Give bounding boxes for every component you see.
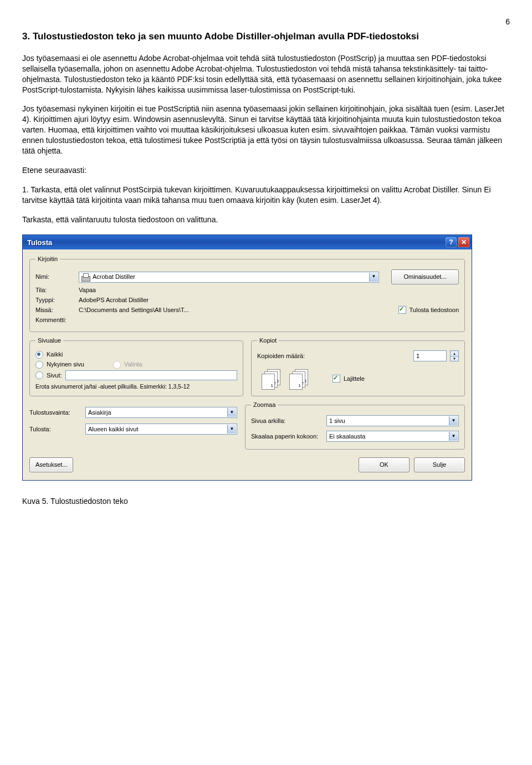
all-radio[interactable] [35, 351, 43, 359]
all-label: Kaikki [47, 350, 63, 359]
print-what-value: Asiakirja [88, 409, 111, 417]
options-button[interactable]: Asetukset... [29, 457, 73, 472]
print-combo[interactable]: Alueen kaikki sivut ▼ [85, 424, 237, 435]
printer-group-legend: Kirjoitin [35, 255, 60, 263]
pages-per-sheet-label: Sivua arkilla: [251, 417, 323, 425]
name-label: Nimi: [35, 273, 75, 281]
scale-combo[interactable]: Ei skaalausta ▼ [326, 431, 459, 442]
pages-label: Sivut: [47, 371, 62, 380]
copies-value: 1 [416, 352, 420, 360]
collate-icon-2: 3 2 1 [289, 369, 309, 388]
status-label: Tila: [35, 286, 75, 294]
properties-button[interactable]: Ominaisuudet... [391, 269, 459, 284]
pages-per-sheet-combo[interactable]: 1 sivu ▼ [326, 415, 459, 426]
chevron-down-icon[interactable]: ▼ [449, 432, 458, 441]
print-what-label: Tulostusvainta: [29, 409, 82, 417]
scale-label: Skaalaa paperin kokoon: [251, 432, 323, 441]
print-what-group: Tulostusvainta: Asiakirja ▼ Tulosta: Alu… [29, 401, 237, 450]
scale-value: Ei skaalausta [329, 432, 365, 441]
selection-radio [113, 361, 121, 369]
printer-name-combo[interactable]: Acrobat Distiller ▼ [79, 272, 379, 283]
paragraph-1: Jos työasemaasi ei ole asennettu Adobe A… [22, 53, 510, 95]
copies-legend: Kopiot [257, 336, 279, 345]
ok-button[interactable]: OK [359, 457, 410, 472]
printer-group: Kirjoitin Nimi: Acrobat Distiller ▼ Omin… [29, 255, 465, 332]
status-value: Vapaa [79, 286, 96, 294]
chevron-down-icon[interactable]: ▼ [369, 273, 378, 282]
current-label: Nykyinen sivu [47, 360, 84, 369]
comment-label: Kommentti: [35, 316, 75, 324]
selection-label: Valinta [124, 360, 142, 369]
page-range-group: Sivualue Kaikki Nykyinen sivu Valinta [29, 336, 243, 397]
chevron-down-icon[interactable]: ▼ [227, 408, 236, 417]
print-to-file-checkbox[interactable] [398, 306, 406, 314]
page-number: 6 [22, 17, 510, 27]
titlebar: Tulosta ? ✕ [23, 235, 472, 249]
print-dialog: Tulosta ? ✕ Kirjoitin Nimi: Acrobat Dist… [22, 234, 472, 481]
print-label: Tulosta: [29, 425, 82, 434]
section-title: 3. Tulostustiedoston teko ja sen muunto … [22, 30, 510, 43]
copies-label: Kopioiden määrä: [257, 352, 410, 360]
zoom-group: Zoomaa Sivua arkilla: 1 sivu ▼ Skaalaa p… [245, 401, 465, 450]
pages-per-sheet-value: 1 sivu [329, 417, 345, 425]
close-icon[interactable]: ✕ [458, 237, 469, 247]
copies-group: Kopiot Kopioiden määrä: 1 ▲▼ 3 2 1 [251, 336, 465, 397]
printer-icon [81, 273, 90, 281]
zoom-legend: Zoomaa [251, 401, 278, 409]
collate-icon: 3 2 1 [262, 369, 282, 388]
figure-caption: Kuva 5. Tulostustiedoston teko [22, 496, 510, 507]
paragraph-2: Jos työasemasi nykyinen kirjoitin ei tue… [22, 104, 510, 156]
print-what-combo[interactable]: Asiakirja ▼ [85, 407, 237, 418]
type-value: AdobePS Acrobat Distiller [79, 296, 149, 304]
current-radio[interactable] [35, 361, 43, 369]
print-to-file-label: Tulosta tiedostoon [410, 306, 459, 314]
dialog-title: Tulosta [27, 238, 52, 248]
help-icon[interactable]: ? [446, 237, 457, 247]
chevron-down-icon[interactable]: ▼ [449, 416, 458, 425]
pages-input[interactable] [65, 370, 237, 380]
collate-checkbox[interactable] [332, 375, 340, 382]
copies-input[interactable]: 1 [413, 350, 447, 361]
collate-label: Lajittele [344, 375, 365, 383]
paragraph-5: Tarkasta, että valintaruutu tulosta tied… [22, 215, 510, 225]
pages-hint: Erota sivunumerot ja/tai -alueet pilkuil… [35, 382, 237, 390]
type-label: Tyyppi: [35, 296, 75, 304]
close-button[interactable]: Sulje [414, 457, 465, 472]
page-range-legend: Sivualue [35, 336, 63, 345]
chevron-down-icon[interactable]: ▼ [227, 425, 236, 434]
copies-spinner[interactable]: ▲▼ [450, 350, 459, 361]
where-label: Missä: [35, 306, 75, 314]
printer-name-value: Acrobat Distiller [93, 273, 135, 281]
where-value: C:\Documents and Settings\All Users\T... [79, 306, 395, 314]
print-value: Alueen kaikki sivut [88, 425, 139, 434]
paragraph-4: 1. Tarkasta, että olet valinnut PostScir… [22, 185, 510, 206]
pages-radio[interactable] [35, 371, 43, 379]
paragraph-3: Etene seuraavasti: [22, 165, 510, 176]
